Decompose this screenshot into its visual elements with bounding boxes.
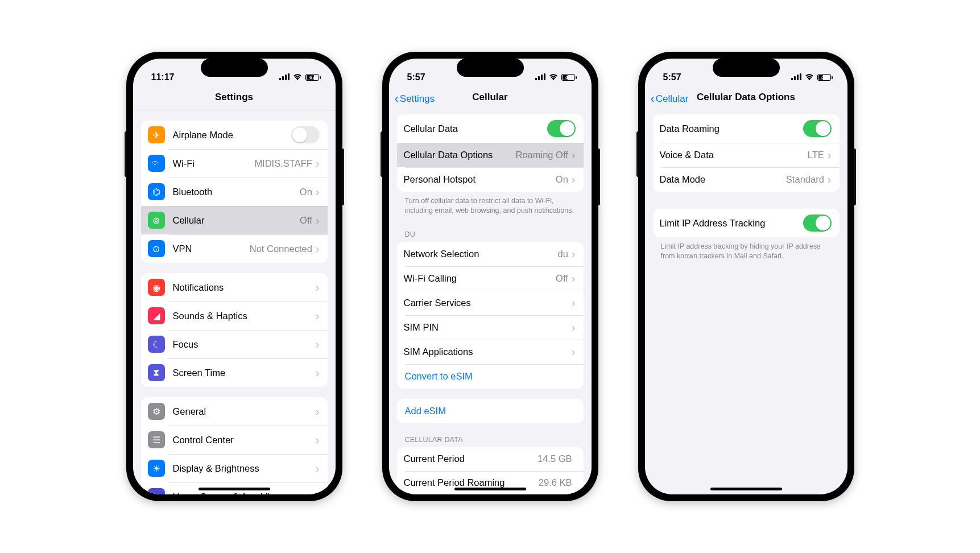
settings-row[interactable]: ☀Display & Brightness› [141,454,328,482]
row-label: Wi-Fi [173,158,255,169]
row-value: Not Connected [250,244,312,254]
settings-row[interactable]: ☾Focus› [141,330,328,358]
row-label: Current Period Roaming [404,477,539,488]
svg-rect-5 [538,76,540,80]
settings-row[interactable]: ◉Notifications› [141,273,328,302]
moon-icon: ☾ [148,336,165,353]
row-label: Data Roaming [660,123,803,134]
signal-icon [791,72,801,82]
row-label: Sounds & Haptics [173,311,316,321]
chevron-right-icon: › [316,490,320,495]
page-title: Cellular [472,92,507,102]
settings-row[interactable]: ☰Control Center› [141,426,328,454]
settings-row[interactable]: Data ModeStandard› [653,167,840,192]
settings-row[interactable]: SIM Applications› [397,340,584,364]
toggle[interactable] [291,126,320,143]
row-value: 29.6 KB [539,477,572,488]
settings-row[interactable]: ⊚CellularOff› [141,206,328,234]
settings-row[interactable]: Carrier Services› [397,291,584,315]
cellular-data-footer: Turn off cellular data to restrict all d… [397,192,584,218]
convert-esim-link[interactable]: Convert to eSIM [397,364,584,389]
chevron-right-icon: › [316,309,320,323]
switches-icon: ☰ [148,431,165,448]
chevron-right-icon: › [316,366,320,379]
row-label: Focus [173,339,316,350]
chevron-right-icon: › [572,345,576,358]
settings-row[interactable]: ᯤWi-FiMIDIS.STAFF› [141,149,328,178]
svg-rect-2 [285,75,287,80]
settings-row[interactable]: Cellular Data [397,114,584,143]
wifi-icon: ᯤ [148,155,165,172]
row-label: Screen Time [173,368,316,378]
dynamic-island [457,59,524,77]
status-time: 11:17 [151,72,175,82]
settings-row[interactable]: Data Roaming [653,114,840,143]
chevron-right-icon: › [316,405,320,418]
settings-row[interactable]: Personal HotspotOn› [397,167,584,192]
toggle[interactable] [547,120,576,137]
phone-data-options: 5:57 42 ‹ Cellular Cellular Data Options… [638,52,854,501]
row-label: Limit IP Address Tracking [660,218,803,229]
battery-icon: 42 [817,74,833,81]
chevron-right-icon: › [828,148,832,162]
wifi-status-icon [805,72,814,82]
chevron-right-icon: › [572,148,576,162]
home-indicator[interactable] [199,488,270,490]
home-indicator[interactable] [454,488,526,490]
back-button[interactable]: ‹ Cellular [651,92,689,106]
row-label: Control Center [173,435,316,445]
svg-rect-3 [288,73,290,80]
settings-row[interactable]: Cellular Data OptionsRoaming Off› [397,143,584,167]
settings-row[interactable]: ◢Sounds & Haptics› [141,302,328,330]
carrier-group: Network Selectiondu›Wi-Fi CallingOff›Car… [397,242,584,389]
svg-rect-11 [800,73,801,80]
back-button[interactable]: ‹ Settings [395,92,435,106]
settings-row[interactable]: Wi-Fi CallingOff› [397,266,584,291]
row-value: On [556,174,568,185]
settings-row[interactable]: SIM PIN› [397,315,584,340]
svg-rect-9 [794,76,796,80]
svg-rect-0 [279,78,281,80]
settings-row[interactable]: Current Period14.5 GB [397,447,584,471]
page-title: Cellular Data Options [697,92,795,102]
settings-row[interactable]: ⚙General› [141,397,328,426]
row-label: Bluetooth [173,187,300,197]
add-esim-group: Add eSIM [397,399,584,423]
row-value: 14.5 GB [537,453,572,464]
settings-row[interactable]: Current Period Roaming29.6 KB [397,471,584,494]
home-indicator[interactable] [710,488,782,490]
cellular-icon: ⊚ [148,212,165,229]
settings-row[interactable]: ⊙VPNNot Connected› [141,234,328,263]
battery-icon: 43 [561,74,577,81]
row-label: Airplane Mode [173,130,291,141]
toggle[interactable] [803,214,832,232]
row-label: VPN [173,244,250,254]
settings-row[interactable]: Network Selectiondu› [397,242,584,266]
row-label: Notifications [173,282,316,293]
toggle[interactable] [803,120,832,137]
row-label: Data Mode [660,174,786,185]
back-label: Settings [400,93,435,105]
wifi-status-icon [549,72,558,82]
sun-icon: ☀ [148,460,165,477]
ip-tracking-footer: Limit IP address tracking by hiding your… [653,237,840,263]
chevron-right-icon: › [316,185,320,199]
chevron-right-icon: › [316,462,320,475]
row-label: Cellular Data [404,123,547,134]
row-value: Standard [786,174,824,185]
svg-rect-8 [791,78,793,80]
row-label: Display & Brightness [173,463,316,474]
cellular-data-group: Cellular DataCellular Data OptionsRoamin… [397,114,584,192]
settings-row[interactable]: Limit IP Address Tracking [653,209,840,237]
chevron-right-icon: › [316,281,320,294]
status-time: 5:57 [663,72,681,82]
settings-row[interactable]: ⌬BluetoothOn› [141,178,328,206]
row-label: SIM PIN [404,322,572,333]
settings-row[interactable]: Voice & DataLTE› [653,143,840,167]
chevron-right-icon: › [316,157,320,170]
settings-row[interactable]: ⧗Screen Time› [141,358,328,387]
row-value: LTE [808,150,824,160]
add-esim-link[interactable]: Add eSIM [397,399,584,423]
settings-row[interactable]: ✈Airplane Mode [141,121,328,149]
general-group: ⚙General›☰Control Center›☀Display & Brig… [141,397,328,494]
